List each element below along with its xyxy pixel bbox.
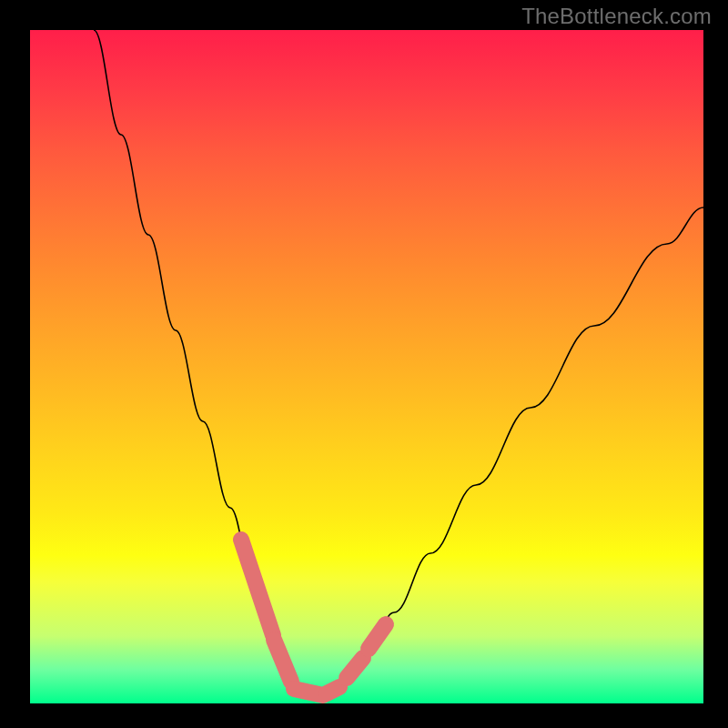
trough-highlight-segment — [369, 624, 386, 649]
curve-line — [94, 30, 703, 699]
trough-highlight-segment — [327, 687, 339, 693]
trough-highlight-segment — [274, 640, 291, 682]
chart-frame — [30, 30, 703, 703]
watermark-text: TheBottleneck.com — [521, 4, 712, 29]
trough-highlight-segment — [347, 658, 363, 678]
chart-svg — [30, 30, 703, 703]
trough-highlight-group — [241, 540, 386, 695]
trough-highlight-segment — [241, 540, 273, 635]
